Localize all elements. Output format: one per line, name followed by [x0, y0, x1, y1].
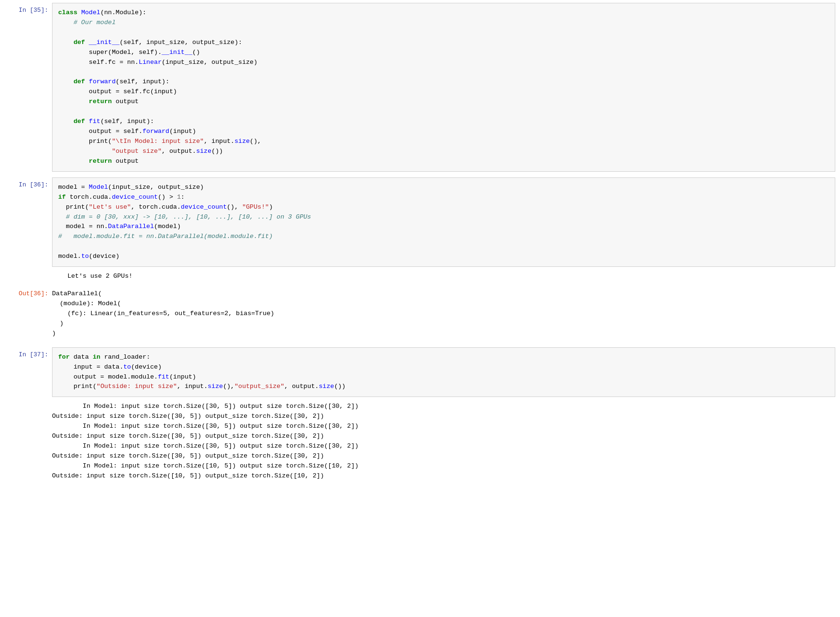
cell-37: In [37]: for data in rand_loader: input …: [0, 344, 840, 400]
cell-label-35: In [35]:: [0, 0, 52, 18]
text-output-37: In Model: input size torch.Size([30, 5])…: [0, 400, 840, 483]
out-36-row: Out[36]: DataParallel( (module): Model( …: [0, 283, 840, 344]
cell-label-36: In [36]:: [0, 175, 52, 193]
out-content-36: DataParallel( (module): Model( (fc): Lin…: [52, 286, 835, 342]
cell-content-37[interactable]: for data in rand_loader: input = data.to…: [52, 347, 835, 397]
cell-content-36[interactable]: model = Model(input_size, output_size) i…: [52, 177, 835, 267]
cell-label-out-36: Out[36]:: [0, 283, 52, 302]
cell-36: In [36]: model = Model(input_size, outpu…: [0, 175, 840, 270]
text-output-36a: Let's use 2 GPUs!: [0, 270, 840, 283]
notebook: In [35]: class Model(nn.Module): # Our m…: [0, 0, 840, 617]
cell-content-35[interactable]: class Model(nn.Module): # Our model def …: [52, 3, 835, 172]
cell-35: In [35]: class Model(nn.Module): # Our m…: [0, 0, 840, 175]
cell-label-37: In [37]:: [0, 344, 52, 363]
